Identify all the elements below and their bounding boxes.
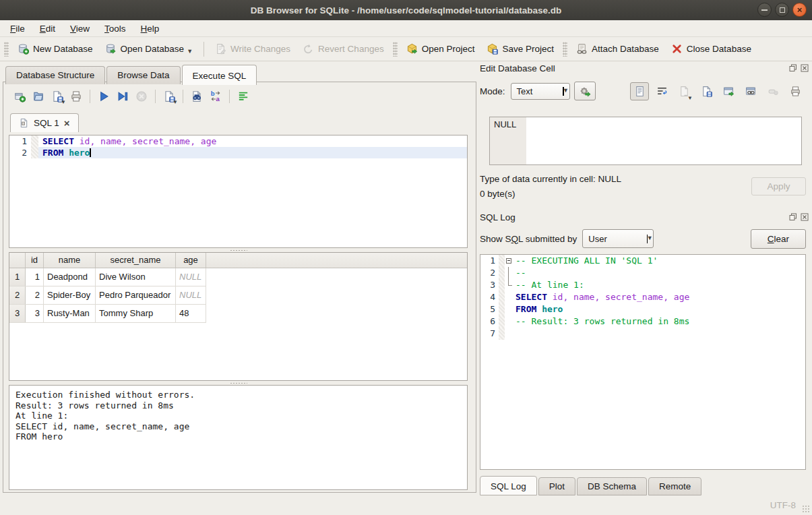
chevron-down-icon: ▼ bbox=[563, 87, 564, 96]
open-sql-file-button[interactable] bbox=[29, 88, 48, 104]
open-database-button[interactable]: Open Database▼ bbox=[99, 40, 199, 58]
attach-database-button[interactable]: Attach Database bbox=[570, 40, 665, 58]
new-database-button[interactable]: New Database bbox=[11, 40, 99, 58]
column-header-secret-name[interactable]: secret_name bbox=[96, 253, 176, 268]
cell-null-value: NULL bbox=[490, 117, 526, 164]
write-changes-label: Write Changes bbox=[230, 44, 290, 54]
table-cell[interactable]: 48 bbox=[176, 305, 206, 322]
sql-file-icon bbox=[19, 118, 29, 128]
table-cell[interactable]: Dive Wilson bbox=[96, 268, 176, 286]
edit-cell-mode-row: Mode: Text ▼ ▼ bbox=[480, 81, 809, 101]
menu-view[interactable]: View bbox=[63, 22, 97, 36]
maximize-icon[interactable] bbox=[775, 3, 789, 17]
toolbar-handle[interactable] bbox=[393, 42, 398, 57]
format-sql-button[interactable] bbox=[234, 88, 253, 104]
set-null-button[interactable] bbox=[763, 82, 782, 100]
title-bar[interactable]: DB Browser for SQLite - /home/user/code/… bbox=[0, 0, 812, 21]
table-cell[interactable]: Spider-Boy bbox=[44, 286, 96, 304]
tab-browse-data[interactable]: Browse Data bbox=[106, 66, 180, 84]
menu-edit[interactable]: Edit bbox=[32, 22, 63, 36]
cell-value-editor[interactable]: NULL bbox=[489, 117, 802, 165]
table-cell[interactable]: NULL bbox=[176, 286, 206, 304]
execution-message-text: Execution finished without errors. Resul… bbox=[9, 386, 467, 446]
sql-editor[interactable]: 1SELECT id, name, secret_name, age2FROM … bbox=[9, 135, 468, 248]
close-database-button[interactable]: Close Database bbox=[665, 40, 757, 58]
corner-header-cell[interactable] bbox=[9, 253, 26, 268]
close-icon[interactable]: × bbox=[792, 3, 807, 17]
table-cell[interactable]: NULL bbox=[176, 268, 206, 286]
edit-cell-title: Edit Database Cell bbox=[480, 63, 555, 73]
menu-file[interactable]: File bbox=[3, 22, 32, 36]
column-header-name[interactable]: name bbox=[44, 253, 96, 268]
copy-link-button[interactable] bbox=[741, 82, 760, 100]
table-cell[interactable]: Pedro Parqueador bbox=[96, 286, 176, 304]
log-source-select[interactable]: User ▼ bbox=[582, 229, 654, 248]
column-header-age[interactable]: age bbox=[176, 253, 206, 268]
sql-log-dock-header: SQL Log bbox=[480, 211, 809, 223]
tab-close-icon[interactable]: × bbox=[64, 119, 70, 127]
float-dock-icon[interactable] bbox=[788, 213, 797, 222]
table-cell[interactable]: Tommy Sharp bbox=[96, 305, 176, 322]
find-replace-button[interactable]: ba bbox=[206, 88, 225, 104]
minimize-icon[interactable] bbox=[757, 3, 772, 17]
right-dock: Edit Database Cell Mode: Text ▼ ▼ NULL T… bbox=[478, 62, 810, 497]
save-sql-file-button[interactable]: ▼ bbox=[48, 88, 67, 104]
table-cell[interactable]: 3 bbox=[26, 305, 44, 322]
word-wrap-button[interactable] bbox=[652, 82, 671, 100]
dock-tab-remote[interactable]: Remote bbox=[648, 477, 701, 495]
print-sql-button[interactable] bbox=[67, 88, 86, 104]
close-dock-icon[interactable] bbox=[800, 64, 809, 73]
execute-all-button[interactable] bbox=[94, 88, 113, 104]
find-button[interactable] bbox=[187, 88, 206, 104]
apply-button[interactable]: Apply bbox=[751, 177, 806, 195]
table-cell[interactable]: 1 bbox=[26, 268, 44, 286]
import-data-button[interactable]: ▼ bbox=[675, 82, 693, 100]
execute-current-line-button[interactable] bbox=[113, 88, 132, 104]
dock-tab-db-schema[interactable]: DB Schema bbox=[577, 477, 647, 495]
open-in-external-button[interactable] bbox=[719, 82, 738, 100]
column-header-id[interactable]: id bbox=[26, 253, 44, 268]
stop-execution-button[interactable] bbox=[132, 88, 151, 104]
close-dock-icon[interactable] bbox=[800, 213, 809, 222]
save-project-button[interactable]: Save Project bbox=[480, 40, 560, 58]
row-number[interactable]: 2 bbox=[9, 286, 26, 304]
main-tab-bar: Database StructureBrowse DataExecute SQL bbox=[5, 64, 258, 84]
menu-tools[interactable]: Tools bbox=[97, 22, 133, 36]
dock-tab-plot[interactable]: Plot bbox=[538, 477, 575, 495]
open-project-button[interactable]: Open Project bbox=[400, 40, 481, 58]
tab-execute-sql[interactable]: Execute SQL bbox=[182, 65, 257, 85]
print-cell-button[interactable] bbox=[786, 82, 805, 100]
text-mode-button[interactable] bbox=[630, 82, 649, 100]
auto-apply-button[interactable] bbox=[574, 82, 596, 100]
chevron-down-icon[interactable]: ▼ bbox=[61, 99, 66, 105]
copy-link-icon bbox=[745, 86, 757, 97]
write-changes-button[interactable]: Write Changes bbox=[209, 40, 296, 58]
chevron-down-icon[interactable]: ▼ bbox=[173, 99, 178, 105]
dock-tab-sql-log[interactable]: SQL Log bbox=[480, 476, 537, 495]
save-results-button[interactable]: ▼ bbox=[160, 88, 179, 104]
row-number[interactable]: 1 bbox=[9, 268, 26, 286]
chevron-down-icon[interactable]: ▼ bbox=[187, 48, 193, 55]
gear-icon bbox=[579, 85, 591, 97]
fold-marker-icon[interactable] bbox=[505, 255, 514, 267]
table-cell[interactable]: Deadpond bbox=[44, 268, 96, 286]
sql-editor-tab[interactable]: SQL 1 × bbox=[10, 113, 79, 132]
fold-margin bbox=[499, 291, 505, 303]
float-dock-icon[interactable] bbox=[788, 64, 797, 73]
open-sql-tab-button[interactable] bbox=[10, 88, 29, 104]
export-data-button[interactable] bbox=[697, 82, 716, 100]
revert-changes-button[interactable]: Revert Changes bbox=[296, 40, 390, 58]
resize-grip[interactable] bbox=[802, 505, 810, 513]
table-cell[interactable]: Rusty-Man bbox=[44, 305, 96, 322]
sql-log-view[interactable]: 1-- EXECUTING ALL IN 'SQL 1'2--3-- At li… bbox=[480, 254, 806, 470]
log-source-value: User bbox=[588, 234, 606, 244]
menu-help[interactable]: Help bbox=[133, 22, 167, 36]
mode-select[interactable]: Text ▼ bbox=[511, 83, 570, 100]
clear-log-button[interactable]: Clear bbox=[751, 229, 806, 249]
row-number[interactable]: 3 bbox=[9, 305, 26, 322]
toolbar-handle[interactable] bbox=[4, 42, 9, 57]
table-cell[interactable]: 2 bbox=[26, 286, 44, 304]
toolbar-handle[interactable] bbox=[563, 42, 567, 57]
new-database-label: New Database bbox=[33, 44, 93, 54]
tab-database-structure[interactable]: Database Structure bbox=[5, 66, 105, 84]
